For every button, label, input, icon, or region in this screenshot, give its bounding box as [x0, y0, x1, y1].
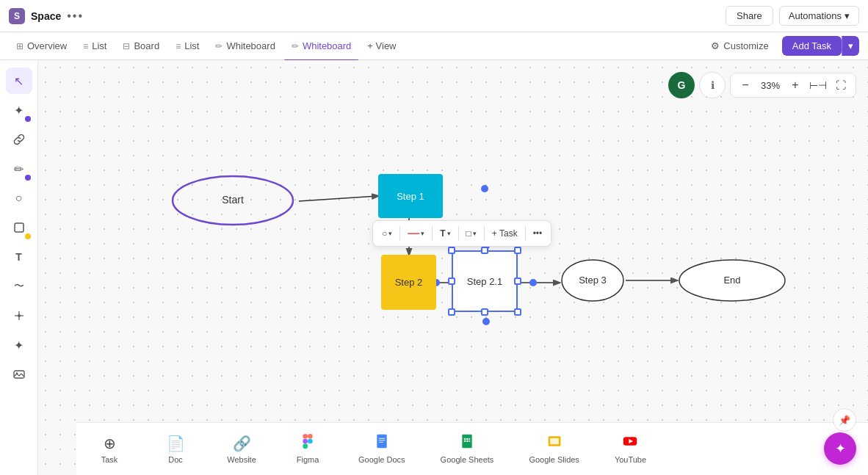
task-icon: ⊕	[104, 435, 116, 452]
doc-icon: 📄	[167, 435, 185, 452]
bottom-website[interactable]: 🔗 Website	[209, 435, 275, 464]
node-step3[interactable]: Step 3	[560, 256, 626, 305]
pen-dot	[25, 175, 31, 181]
ft-more-button[interactable]: •••	[529, 225, 547, 242]
node-end[interactable]: End	[677, 256, 787, 305]
resize-handle-bl[interactable]	[448, 308, 455, 316]
toolbar-image[interactable]	[6, 361, 32, 388]
svg-line-8	[299, 196, 378, 201]
resize-handle-br[interactable]	[514, 308, 521, 316]
toolbar-mindmap[interactable]	[6, 302, 32, 329]
node-step21[interactable]: Step 2.1	[452, 250, 518, 312]
node-step21-container[interactable]: Step 2.1	[452, 250, 518, 312]
canvas-area[interactable]: G ℹ − 33% + ⊢⊣ ⛶	[38, 60, 868, 475]
magic-button[interactable]: ✦	[824, 432, 856, 465]
resize-handle-tl[interactable]	[448, 247, 455, 254]
nav-right: ⚙ Customize Add Task ▾	[704, 36, 859, 56]
bottom-doc[interactable]: 📄 Doc	[142, 435, 209, 464]
figma-icon	[300, 434, 315, 452]
toolbar-draw[interactable]: 〜	[6, 273, 32, 300]
share-button[interactable]: Share	[726, 6, 773, 26]
add-view-button[interactable]: + View	[360, 36, 403, 56]
float-toolbar: ○ ▾ — ▾ T ▾ □ ▾ + Task •••	[372, 220, 551, 247]
svg-point-13	[529, 279, 537, 286]
googleslides-icon	[547, 434, 562, 452]
customize-button[interactable]: ⚙ Customize	[704, 37, 775, 55]
doc-label: Doc	[168, 455, 183, 464]
ft-divider1	[399, 226, 400, 241]
add-task-dropdown[interactable]: ▾	[842, 36, 859, 56]
add-task-button[interactable]: Add Task	[782, 36, 842, 56]
zoom-controls: − 33% + ⊢⊣ ⛶	[730, 73, 856, 98]
node-step2[interactable]: Step 2	[381, 255, 436, 310]
ft-color-button[interactable]: — ▾	[403, 224, 429, 243]
bottom-youtube[interactable]: YouTube	[597, 434, 664, 464]
fit-button[interactable]: ⊢⊣	[807, 76, 829, 94]
ft-divider2	[432, 226, 433, 241]
pin-button[interactable]: 📌	[833, 408, 856, 432]
dots-menu[interactable]: •••	[67, 10, 84, 23]
tab-whiteboard1[interactable]: ✏ Whiteboard	[208, 36, 282, 56]
tab-overview[interactable]: ⊞ Overview	[9, 36, 74, 56]
svg-point-1	[18, 314, 21, 317]
youtube-icon	[623, 434, 637, 452]
main-content: ↖ ✦ ✏ ○ T 〜 ✦	[0, 60, 868, 475]
svg-rect-24	[303, 434, 308, 439]
automations-button[interactable]: Automations ▾	[779, 6, 859, 26]
toolbar-ai[interactable]: ✦	[6, 97, 32, 123]
top-bar: S Space ••• Share Automations ▾	[0, 0, 868, 32]
tab-board[interactable]: ⊟ Board	[115, 36, 167, 56]
toolbar-text[interactable]: T	[6, 244, 32, 270]
toolbar-circle[interactable]: ○	[6, 185, 32, 211]
svg-point-16	[482, 318, 490, 325]
task-label: Task	[101, 455, 118, 464]
list1-icon: ≡	[83, 41, 88, 51]
bottom-googlesheets[interactable]: Google Sheets	[423, 434, 512, 464]
svg-rect-39	[469, 440, 470, 442]
tab-whiteboard2[interactable]: ✏ Whiteboard	[284, 36, 358, 56]
ft-divider3	[458, 226, 459, 241]
tab-list1[interactable]: ≡ List	[76, 36, 114, 56]
resize-handle-tm[interactable]	[481, 247, 488, 254]
svg-text:End: End	[723, 275, 740, 286]
svg-rect-6	[14, 371, 24, 378]
svg-rect-26	[303, 439, 308, 444]
svg-rect-36	[469, 438, 470, 440]
top-bar-left: S Space •••	[9, 8, 84, 24]
svg-point-17	[481, 185, 488, 192]
website-icon: 🔗	[233, 435, 251, 452]
toolbar-sticky[interactable]	[6, 214, 32, 241]
node-step1[interactable]: Step 1	[378, 174, 443, 218]
bottom-figma[interactable]: Figma	[275, 434, 341, 464]
zoom-out-button[interactable]: −	[737, 76, 754, 94]
user-avatar: G	[668, 72, 695, 98]
ft-frame-button[interactable]: □ ▾	[462, 225, 481, 242]
googleslides-label: Google Slides	[529, 455, 579, 464]
sticky-dot	[25, 233, 31, 239]
resize-handle-mr[interactable]	[514, 278, 521, 285]
tab-list2[interactable]: ≡ List	[168, 36, 206, 56]
bottom-googledocs[interactable]: Google Docs	[341, 434, 423, 464]
zoom-in-button[interactable]: +	[786, 76, 804, 94]
toolbar-link[interactable]	[6, 126, 32, 153]
googledocs-icon	[375, 434, 389, 452]
resize-handle-tr[interactable]	[514, 247, 521, 254]
bottom-bar: 📌 ⊕ Task 📄 Doc 🔗 Website Figma	[76, 422, 868, 475]
bottom-googleslides[interactable]: Google Slides	[511, 434, 597, 464]
ft-text-button[interactable]: T ▾	[435, 225, 455, 242]
toolbar-ai2[interactable]: ✦	[6, 332, 32, 358]
fullscreen-button[interactable]: ⛶	[832, 76, 850, 94]
resize-handle-bm[interactable]	[481, 308, 488, 316]
ft-shape-button[interactable]: ○ ▾	[377, 225, 397, 242]
nav-tabs: ⊞ Overview ≡ List ⊟ Board ≡ List ✏ White…	[0, 32, 868, 60]
info-button[interactable]: ℹ	[699, 72, 726, 98]
left-toolbar: ↖ ✦ ✏ ○ T 〜 ✦	[0, 60, 38, 475]
svg-rect-25	[308, 434, 313, 439]
toolbar-select[interactable]: ↖	[6, 68, 32, 94]
resize-handle-ml[interactable]	[448, 278, 455, 285]
ft-task-button[interactable]: + Task	[488, 225, 522, 242]
node-start[interactable]: Start	[170, 174, 295, 227]
canvas-controls: G ℹ − 33% + ⊢⊣ ⛶	[668, 72, 856, 98]
bottom-task[interactable]: ⊕ Task	[76, 435, 142, 464]
toolbar-pen[interactable]: ✏	[6, 156, 32, 182]
